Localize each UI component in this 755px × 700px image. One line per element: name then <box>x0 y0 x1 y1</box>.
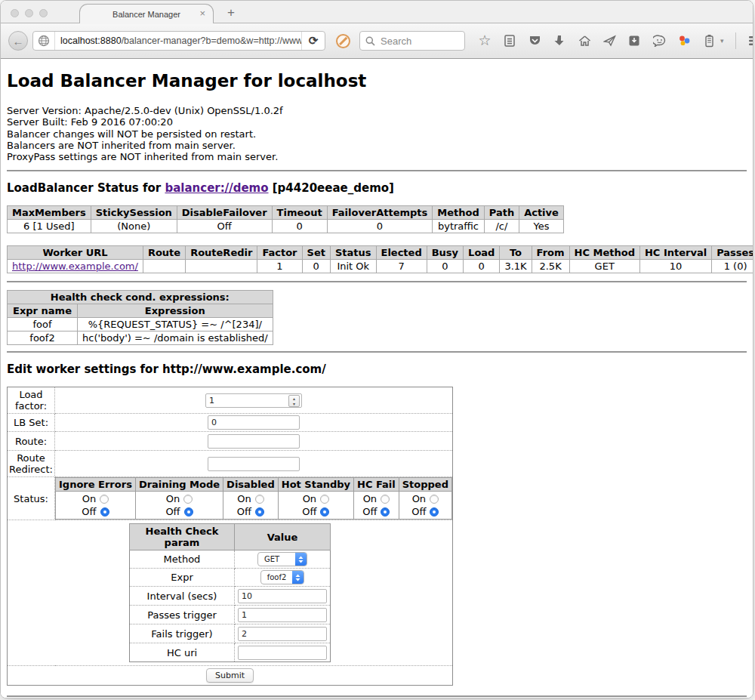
hc-row-fails: Fails trigger) <box>130 624 331 643</box>
divider <box>7 170 747 171</box>
tab-close-icon[interactable]: × <box>199 8 205 20</box>
url-domain: localhost:8880 <box>60 35 122 46</box>
lb-set-input[interactable] <box>208 415 300 430</box>
page-content: Load Balancer Manager for localhost Serv… <box>1 59 753 698</box>
table-row: http://www.example.com/ 1 0 Init Ok 7 0 … <box>8 260 753 273</box>
bookmark-star-icon[interactable]: ☆ <box>477 33 492 48</box>
form-row-route-redirect: Route Redirect: <box>8 451 453 477</box>
select-arrows-icon <box>295 553 307 566</box>
hc-passes-input[interactable] <box>238 608 327 622</box>
save-page-icon[interactable] <box>627 33 642 48</box>
radio-stopped-on[interactable] <box>430 495 439 504</box>
adblock-icon[interactable] <box>336 34 350 48</box>
zoom-window-button[interactable] <box>39 9 48 17</box>
site-identity-button[interactable] <box>33 32 55 50</box>
hc-row-expr: Expr foof2 <box>130 569 331 587</box>
route-input[interactable] <box>208 434 300 449</box>
divider <box>7 695 747 697</box>
globe-icon <box>38 35 50 47</box>
radio-hot-standby-on[interactable] <box>320 495 329 504</box>
inherit-notice-line: Balancers are NOT inherited from main se… <box>7 140 747 151</box>
back-button[interactable]: ← <box>8 31 28 51</box>
url-bar[interactable]: localhost:8880/balancer-manager?b=demo&w… <box>32 31 325 51</box>
url-path: /balancer-manager?b=demo&w=http://www.ex… <box>122 35 301 46</box>
form-row-route: Route: <box>8 432 453 451</box>
form-row-load-factor: Load factor: ▴▾ <box>8 387 453 414</box>
balancer-demo-link[interactable]: balancer://demo <box>165 181 268 195</box>
search-bar[interactable] <box>359 31 465 51</box>
hc-row-hc-uri: HC uri <box>130 643 331 662</box>
radio-disabled-off[interactable] <box>255 507 264 517</box>
server-version-line: Server Version: Apache/2.5.0-dev (Unix) … <box>7 105 747 116</box>
edit-worker-form: Load factor: ▴▾ LB Set: Route: Route Red… <box>7 387 453 686</box>
persist-notice-line: Balancer changes will NOT be persisted o… <box>7 128 747 140</box>
route-redirect-input[interactable] <box>208 457 300 471</box>
toolbar-icons: ☆ ▾ <box>477 32 753 49</box>
downloads-icon[interactable] <box>552 33 567 48</box>
url-text[interactable]: localhost:8880/balancer-manager?b=demo&w… <box>55 35 301 46</box>
radio-hc-fail-off[interactable] <box>381 507 390 517</box>
form-row-health-check: Health Check param Value Method GET <box>8 520 453 666</box>
hello-icon[interactable] <box>676 33 692 48</box>
addon-battery-icon[interactable] <box>701 33 716 48</box>
tab-bar: Balancer Manager × + <box>1 1 753 23</box>
status-cell-hot-standby: On Off <box>278 492 353 520</box>
radio-hc-fail-on[interactable] <box>381 495 390 504</box>
proxypass-notice-line: ProxyPass settings are NOT inherited fro… <box>7 151 747 162</box>
load-factor-label: Load factor: <box>8 387 55 414</box>
hc-expr-label: Expr <box>130 569 235 587</box>
reload-button[interactable]: ⟳ <box>301 32 325 50</box>
reading-list-icon[interactable] <box>502 33 517 48</box>
load-factor-input[interactable] <box>205 393 302 408</box>
hc-interval-input[interactable] <box>238 589 327 603</box>
radio-draining-mode-on[interactable] <box>183 495 193 504</box>
new-tab-button[interactable]: + <box>227 5 235 20</box>
search-icon <box>365 36 375 46</box>
radio-stopped-off[interactable] <box>430 507 439 517</box>
table-title-row: Health check cond. expressions: <box>8 291 273 304</box>
radio-ignore-errors-on[interactable] <box>100 495 109 504</box>
status-cell-hc-fail: On Off <box>354 492 399 520</box>
status-cell-disabled: On Off <box>223 492 279 520</box>
send-tab-icon[interactable] <box>602 33 617 48</box>
menu-hamburger-icon[interactable] <box>747 33 753 48</box>
table-header-row: Ignore Errors Draining Mode Disabled Hot… <box>56 478 452 492</box>
hc-fails-input[interactable] <box>238 627 327 641</box>
search-input[interactable] <box>379 35 458 48</box>
minimize-window-button[interactable] <box>25 9 33 17</box>
radio-draining-mode-off[interactable] <box>184 507 193 517</box>
health-check-expressions-table: Health check cond. expressions: Expr nam… <box>7 290 273 345</box>
nav-toolbar: ← localhost:8880/balancer-manager?b=demo… <box>1 23 753 59</box>
radio-hot-standby-off[interactable] <box>320 507 329 517</box>
hc-expr-select[interactable]: foof2 <box>260 570 305 584</box>
health-check-param-table: Health Check param Value Method GET <box>129 523 331 662</box>
form-row-status: Status: Ignore Errors Draining Mode Disa… <box>8 477 453 520</box>
status-radio-row: On Off On Off On Off <box>56 492 452 520</box>
chat-icon[interactable] <box>652 33 667 48</box>
reload-icon: ⟳ <box>309 34 319 48</box>
edit-worker-heading: Edit worker settings for http://www.exam… <box>7 362 747 376</box>
close-window-button[interactable] <box>11 9 19 17</box>
route-redirect-label: Route Redirect: <box>8 451 55 477</box>
pocket-icon[interactable] <box>527 33 542 48</box>
lb-set-label: LB Set: <box>8 414 55 432</box>
worker-status-table: Worker URL Route RouteRedir Factor Set S… <box>7 245 753 273</box>
radio-disabled-on[interactable] <box>255 495 264 504</box>
table-header-row: MaxMembers StickySession DisableFailover… <box>8 206 564 220</box>
number-stepper[interactable]: ▴▾ <box>288 395 300 407</box>
table-row: foof2 hc('body') =~ /domain is establish… <box>8 331 273 345</box>
table-header-row: Worker URL Route RouteRedir Factor Set S… <box>8 246 753 260</box>
hc-fails-label: Fails trigger) <box>130 624 235 643</box>
hc-method-select[interactable]: GET <box>257 552 307 566</box>
worker-url-link[interactable]: http://www.example.com/ <box>12 261 138 272</box>
home-icon[interactable] <box>577 33 592 48</box>
radio-ignore-errors-off[interactable] <box>100 507 109 517</box>
hc-uri-input[interactable] <box>238 646 327 660</box>
addon-caret-icon[interactable]: ▾ <box>720 37 724 45</box>
tab-balancer-manager[interactable]: Balancer Manager × <box>79 4 214 23</box>
toolbar-separator <box>735 32 736 49</box>
submit-button[interactable]: Submit <box>206 668 254 683</box>
table-header-row: Expr name Expression <box>8 304 273 318</box>
loadbalancer-status-heading: LoadBalancer Status for balancer://demo … <box>7 181 747 195</box>
divider <box>7 281 747 282</box>
